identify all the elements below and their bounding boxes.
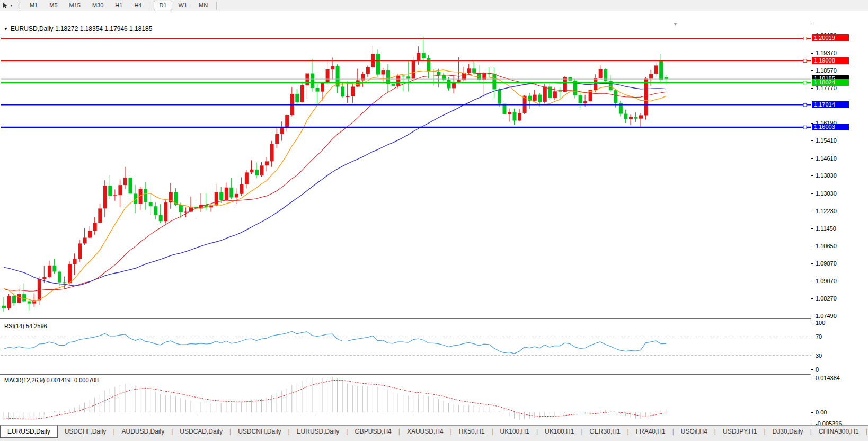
- rsi-tick-label: 30: [816, 352, 822, 359]
- price-tick: [811, 298, 813, 299]
- timeframe-button-h4[interactable]: H4: [129, 1, 147, 10]
- rsi-tick: [811, 323, 813, 323]
- cursor-tool-button[interactable]: ▼: [2, 2, 15, 9]
- rsi-indicator-label: RSI(14) 54.2596: [4, 323, 47, 329]
- rsi-tick-label: 100: [816, 320, 825, 326]
- price-tick-label: 1.13030: [816, 190, 837, 197]
- rsi-tick: [811, 356, 813, 356]
- chart-tab-audusd-daily[interactable]: AUDUSD,Daily: [115, 426, 172, 437]
- timeframe-button-mn[interactable]: MN: [193, 1, 213, 10]
- timeframe-button-group: M1M5M15M30H1H4D1W1MN: [24, 1, 214, 10]
- main-price-chart[interactable]: [1, 22, 811, 318]
- top-toolbar: ▼ M1M5M15M30H1H4D1W1MN: [0, 0, 868, 11]
- price-tick-label: 1.19370: [816, 50, 837, 56]
- rsi-panel[interactable]: [1, 321, 811, 372]
- price-tick-label: 1.11450: [816, 225, 836, 232]
- chart-tab-dj30-daily[interactable]: DJ30,Daily: [766, 426, 810, 437]
- macd-indicator-label: MACD(12,26,9) 0.001419 -0.000708: [4, 377, 99, 383]
- chart-title: ▼EURUSD,Daily 1.18272 1.18354 1.17946 1.…: [4, 25, 152, 32]
- chart-tab-bar: EURUSD,DailyUSDCHF,Daily|AUDUSD,Daily|US…: [0, 425, 868, 441]
- panel-divider[interactable]: [0, 318, 811, 319]
- rsi-tick: [811, 337, 813, 337]
- chart-title-text: EURUSD,Daily 1.18272 1.18354 1.17946 1.1…: [11, 25, 153, 32]
- panel-divider[interactable]: [0, 373, 811, 373]
- price-tick: [811, 140, 813, 141]
- panel-divider[interactable]: [0, 320, 811, 320]
- rsi-tick: [811, 369, 813, 370]
- price-tick: [811, 211, 813, 211]
- macd-tick-label: 0.014384: [816, 375, 840, 381]
- macd-tick: [811, 378, 813, 378]
- price-tick-label: 1.08270: [816, 295, 837, 302]
- macd-panel[interactable]: [1, 375, 811, 426]
- rsi-tick-label: 0: [816, 366, 819, 373]
- timeframe-button-h1[interactable]: H1: [110, 1, 128, 10]
- price-tick-label: 1.15410: [816, 137, 837, 144]
- chart-tab-usoil-h4[interactable]: USOil,H4: [674, 426, 714, 437]
- price-tick: [811, 281, 813, 281]
- chart-tab-eurusd-daily[interactable]: EURUSD,Daily: [290, 426, 347, 437]
- price-tick-label: 1.13830: [816, 172, 837, 179]
- chart-tab-uk100-h1[interactable]: UK100,H1: [538, 426, 581, 437]
- price-tick: [811, 246, 813, 246]
- price-tick: [811, 53, 813, 54]
- cursor-tool-caret-icon[interactable]: ▼: [10, 4, 13, 7]
- price-tick-label: 1.18570: [816, 67, 837, 74]
- chart-shift-marker-icon[interactable]: ▼: [673, 22, 678, 27]
- chart-window: ▼EURUSD,Daily 1.18272 1.18354 1.17946 1.…: [0, 11, 868, 425]
- price-tick: [811, 228, 813, 229]
- price-tick-label: 1.10650: [816, 243, 837, 249]
- price-axis[interactable]: 1.201501.193701.185701.177701.161901.154…: [811, 22, 868, 426]
- collapse-triangle-icon[interactable]: ▼: [4, 27, 8, 31]
- macd-tick-label: 0.00: [816, 409, 827, 416]
- toolbar-separator: [150, 2, 150, 10]
- toolbar-separator: [216, 2, 217, 10]
- level-price-tag: 1.17014: [812, 101, 849, 108]
- price-tick-label: 1.07490: [816, 313, 837, 319]
- price-tick: [811, 175, 813, 176]
- macd-tick: [811, 424, 813, 424]
- price-tick: [811, 263, 813, 264]
- macd-tick: [811, 412, 813, 413]
- timeframe-button-m1[interactable]: M1: [24, 1, 43, 10]
- price-tick: [811, 70, 813, 71]
- chart-tab-usdjpy-h1[interactable]: USDJPY,H1: [716, 426, 764, 437]
- chart-tab-fra40-h1[interactable]: FRA40,H1: [629, 426, 672, 437]
- timeframe-button-w1[interactable]: W1: [173, 1, 193, 10]
- chart-tab-hk50-h1[interactable]: HK50,H1: [452, 426, 492, 437]
- price-tick-label: 1.12230: [816, 208, 837, 214]
- rsi-tick-label: 70: [816, 333, 822, 340]
- timeframe-button-d1[interactable]: D1: [154, 1, 172, 10]
- cursor-icon: [2, 2, 8, 9]
- chart-tab-china300-h1[interactable]: CHINA300,H1: [812, 426, 866, 437]
- level-price-tag: 1.16003: [812, 124, 849, 130]
- chart-tab-usdchf-daily[interactable]: USDCHF,Daily: [58, 426, 113, 437]
- chart-tab-usdcnh-daily[interactable]: USDCNH,Daily: [231, 426, 288, 437]
- timeframe-button-m5[interactable]: M5: [44, 1, 63, 10]
- price-tick-label: 1.14610: [816, 155, 837, 162]
- price-tick: [811, 316, 813, 316]
- chart-tab-uk100-h1[interactable]: UK100,H1: [493, 426, 536, 437]
- level-price-tag: 1.19008: [812, 57, 849, 64]
- price-tick-label: 1.09070: [816, 278, 837, 284]
- price-tick: [811, 193, 813, 194]
- price-tick: [811, 158, 813, 159]
- chart-tab-gbpusd-h4[interactable]: GBPUSD,H4: [348, 426, 398, 437]
- level-price-tag: 1.20019: [812, 34, 849, 41]
- chart-tab-ger30-h1[interactable]: GER30,H1: [583, 426, 627, 437]
- trading-terminal: { "toolbar": { "cursor_tool_caret": "▼",…: [0, 0, 868, 441]
- toolbar-grip: [17, 2, 20, 9]
- price-tick-label: 1.09870: [816, 260, 837, 267]
- level-price-tag: 1.18024: [812, 79, 849, 86]
- chart-tab-usdcad-daily[interactable]: USDCAD,Daily: [173, 426, 229, 437]
- timeframe-button-m30[interactable]: M30: [87, 1, 109, 10]
- price-tick: [811, 88, 813, 89]
- chart-tab-eurusd-daily[interactable]: EURUSD,Daily: [0, 426, 58, 438]
- chart-tab-xauusd-h4[interactable]: XAUUSD,H4: [400, 426, 450, 437]
- timeframe-button-m15[interactable]: M15: [64, 1, 86, 10]
